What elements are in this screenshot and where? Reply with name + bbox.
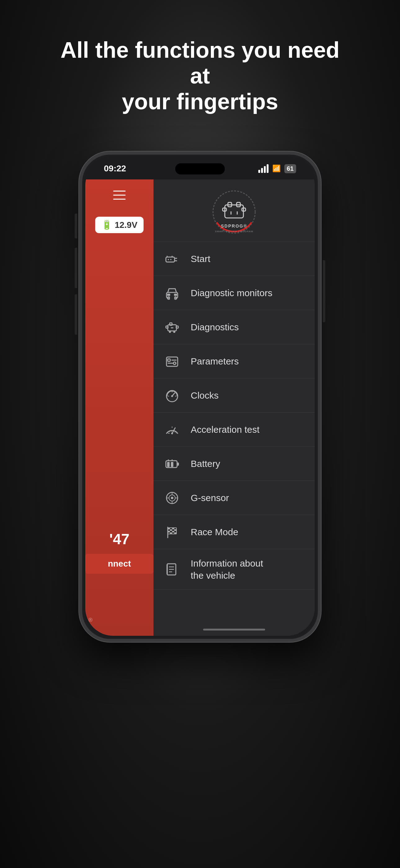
menu-label-diagnostics: Diagnostics <box>191 321 239 333</box>
battery-voltage-display: 🔋 12.9V <box>95 217 143 233</box>
svg-rect-26 <box>176 326 178 328</box>
menu-label-info-vehicle: Information about the vehicle <box>191 557 263 582</box>
menu-item-clocks[interactable]: Clocks <box>154 378 315 412</box>
menu-list: Start <box>154 242 315 623</box>
svg-text:SMART DRIVER PROGRAM: SMART DRIVER PROGRAM <box>215 230 253 233</box>
svg-point-37 <box>171 395 173 397</box>
home-bar <box>203 629 265 630</box>
svg-rect-48 <box>171 462 173 467</box>
svg-point-11 <box>168 259 169 260</box>
headline-line1: All the functions you need at <box>61 37 339 88</box>
menu-item-diagnostics[interactable]: Diagnostics <box>154 310 315 344</box>
svg-point-12 <box>170 259 171 260</box>
status-time: 09:22 <box>104 164 126 174</box>
menu-item-acceleration-test[interactable]: Acceleration test <box>154 412 315 447</box>
voltage-value: 12.9V <box>115 220 137 230</box>
signal-bar-1 <box>258 170 260 173</box>
volume-up-button <box>75 248 77 288</box>
svg-rect-65 <box>172 531 174 532</box>
svg-rect-67 <box>174 532 176 534</box>
svg-point-34 <box>173 362 176 365</box>
sidebar-bottom: '47 nnect <box>85 531 154 574</box>
menu-label-diagnostic-monitors: Diagnostic monitors <box>191 287 272 299</box>
headline-line2: your fingertips <box>122 89 278 114</box>
svg-rect-46 <box>177 463 179 466</box>
menu-label-parameters: Parameters <box>191 355 239 367</box>
svg-rect-1 <box>225 205 243 218</box>
volume-down-button <box>75 294 77 335</box>
svg-rect-31 <box>168 359 170 361</box>
phone-frame: 09:22 📶 61 <box>79 152 321 642</box>
menu-item-battery[interactable]: Battery <box>154 447 315 481</box>
menu-item-diagnostic-monitors[interactable]: Diagnostic monitors <box>154 276 315 310</box>
gsensor-icon <box>163 489 181 507</box>
battery-status: 61 <box>284 164 296 173</box>
menu-label-start: Start <box>191 253 210 265</box>
signal-bar-2 <box>261 168 263 173</box>
svg-rect-47 <box>167 462 170 467</box>
menu-item-start[interactable]: Start <box>154 242 315 276</box>
right-menu: SDPROG® SMART DRIVER PROGRAM <box>154 180 315 636</box>
svg-rect-18 <box>167 294 170 296</box>
menu-item-race-mode[interactable]: Race Mode <box>154 515 315 549</box>
phone-screen: 09:22 📶 61 <box>85 158 315 636</box>
status-icons: 📶 61 <box>258 164 296 173</box>
menu-label-clocks: Clocks <box>191 389 219 401</box>
phone-mockup: 09:22 📶 61 <box>79 152 321 642</box>
headline: All the functions you need at your finge… <box>29 37 371 114</box>
svg-rect-25 <box>166 326 168 328</box>
car-front-icon <box>163 284 181 302</box>
svg-text:SDPROG®: SDPROG® <box>221 223 247 228</box>
svg-rect-19 <box>174 294 177 296</box>
menu-label-battery: Battery <box>191 458 220 470</box>
hamburger-line-1 <box>113 191 126 191</box>
svg-point-42 <box>171 432 173 434</box>
svg-rect-63 <box>174 529 176 531</box>
left-sidebar: 🔋 12.9V ® '47 nnect <box>85 180 154 636</box>
svg-rect-29 <box>173 331 175 333</box>
hamburger-line-2 <box>113 195 126 195</box>
menu-label-race-mode: Race Mode <box>191 526 238 538</box>
menu-label-g-sensor: G-sensor <box>191 492 229 504</box>
sdprog-logo: SDPROG® SMART DRIVER PROGRAM <box>211 189 257 235</box>
dynamic-island <box>175 163 225 175</box>
acceleration-icon <box>163 420 181 439</box>
battery-menu-icon <box>163 455 181 473</box>
connect-button[interactable]: nnect <box>85 554 154 574</box>
power-button <box>323 260 325 322</box>
ticker-number: '47 <box>109 531 130 548</box>
svg-rect-66 <box>170 532 172 534</box>
menu-item-g-sensor[interactable]: G-sensor <box>154 481 315 515</box>
svg-rect-72 <box>167 564 168 574</box>
signal-bar-3 <box>264 166 266 173</box>
svg-rect-60 <box>168 528 170 529</box>
battery-percentage: 61 <box>287 165 294 172</box>
wifi-icon: 📶 <box>272 164 280 173</box>
car-plug-icon <box>163 250 181 268</box>
menu-label-acceleration-test: Acceleration test <box>191 424 260 436</box>
copyright-text: ® <box>88 617 92 623</box>
signal-icon <box>258 164 269 173</box>
menu-item-info-vehicle[interactable]: Information about the vehicle <box>154 549 315 590</box>
home-indicator <box>154 623 315 636</box>
parameters-icon <box>163 352 181 371</box>
silent-switch <box>75 214 77 239</box>
svg-rect-28 <box>169 331 171 333</box>
screen-content: 🔋 12.9V ® '47 nnect <box>85 180 315 636</box>
speedometer-icon <box>163 386 181 405</box>
svg-point-53 <box>171 497 173 499</box>
svg-rect-62 <box>170 529 172 531</box>
logo-area: SDPROG® SMART DRIVER PROGRAM <box>154 180 315 242</box>
race-flag-icon <box>163 523 181 541</box>
menu-item-parameters[interactable]: Parameters <box>154 344 315 378</box>
battery-icon: 🔋 <box>101 220 112 230</box>
hamburger-line-3 <box>113 199 126 199</box>
engine-icon <box>163 318 181 337</box>
book-icon <box>163 560 181 579</box>
svg-rect-64 <box>168 531 170 532</box>
svg-rect-24 <box>170 323 172 326</box>
signal-bar-4 <box>267 164 269 173</box>
svg-rect-61 <box>172 528 174 529</box>
hamburger-menu-button[interactable] <box>110 186 129 204</box>
